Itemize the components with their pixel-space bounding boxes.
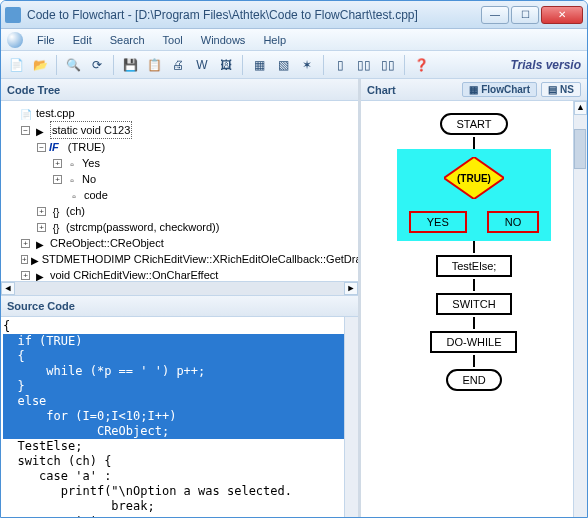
tree-f2[interactable]: STDMETHODIMP CRichEditView::XRichEditOle… bbox=[42, 251, 358, 267]
tree-no[interactable]: No bbox=[82, 171, 96, 187]
expand-icon[interactable]: + bbox=[53, 175, 62, 184]
src-l12: break; bbox=[3, 499, 356, 514]
chart-header: Chart ▦FlowChart ▤NS bbox=[361, 79, 587, 101]
menu-tool[interactable]: Tool bbox=[155, 32, 191, 48]
layout2-button[interactable]: ▯▯ bbox=[353, 54, 375, 76]
app-icon bbox=[5, 7, 21, 23]
expand-icon[interactable]: − bbox=[21, 126, 30, 135]
expand-icon[interactable]: + bbox=[37, 223, 46, 232]
flow-yes[interactable]: YES bbox=[409, 211, 467, 233]
code-tree[interactable]: 📄test.cpp −▶static void C123 −IF (TRUE) … bbox=[1, 101, 358, 281]
open-button[interactable]: 📂 bbox=[29, 54, 51, 76]
zoom-button[interactable]: 🔍 bbox=[62, 54, 84, 76]
src-l13: case 'c' : bbox=[3, 514, 356, 517]
menu-file[interactable]: File bbox=[29, 32, 63, 48]
app-window: Code to Flowchart - [D:\Program Files\At… bbox=[0, 0, 588, 518]
src-l2: { bbox=[3, 349, 356, 364]
tool2-button[interactable]: ▧ bbox=[272, 54, 294, 76]
export-word-button[interactable]: W bbox=[191, 54, 213, 76]
tool3-button[interactable]: ✶ bbox=[296, 54, 318, 76]
toolbar: 📄 📂 🔍 ⟳ 💾 📋 🖨 W 🖼 ▦ ▧ ✶ ▯ ▯▯ ▯▯ ❓ Trials… bbox=[1, 51, 587, 79]
tree-fn0[interactable]: static void C123 bbox=[50, 121, 132, 139]
menu-help[interactable]: Help bbox=[255, 32, 294, 48]
save-button[interactable]: 💾 bbox=[119, 54, 141, 76]
src-l0: { bbox=[3, 319, 356, 334]
export-image-button[interactable]: 🖼 bbox=[215, 54, 237, 76]
tool1-button[interactable]: ▦ bbox=[248, 54, 270, 76]
source-editor[interactable]: { if (TRUE) { while (*p == ' ') p++; } e… bbox=[1, 317, 358, 517]
tree-code[interactable]: code bbox=[84, 187, 108, 203]
brace-icon: {} bbox=[49, 221, 63, 233]
minimize-button[interactable]: — bbox=[481, 6, 509, 24]
chart-canvas[interactable]: START (TRUE) YES NO TestElse; bbox=[361, 101, 587, 517]
src-l6: for (I=0;I<10;I++) bbox=[3, 409, 356, 424]
window-title: Code to Flowchart - [D:\Program Files\At… bbox=[27, 8, 481, 22]
menu-icon[interactable] bbox=[7, 32, 23, 48]
titlebar[interactable]: Code to Flowchart - [D:\Program Files\At… bbox=[1, 1, 587, 29]
layout3-button[interactable]: ▯▯ bbox=[377, 54, 399, 76]
src-l9: switch (ch) { bbox=[3, 454, 356, 469]
tree-f3[interactable]: void CRichEditView::OnCharEffect bbox=[50, 267, 218, 281]
src-l10: case 'a' : bbox=[3, 469, 356, 484]
trials-label: Trials versio bbox=[511, 58, 584, 72]
left-pane: Code Tree 📄test.cpp −▶static void C123 −… bbox=[1, 79, 361, 517]
layout1-button[interactable]: ▯ bbox=[329, 54, 351, 76]
flow-switch[interactable]: SWITCH bbox=[436, 293, 511, 315]
refresh-button[interactable]: ⟳ bbox=[86, 54, 108, 76]
brace-icon: {} bbox=[49, 205, 63, 217]
print-button[interactable]: 🖨 bbox=[167, 54, 189, 76]
codetree-header: Code Tree bbox=[1, 79, 358, 101]
src-l4: } bbox=[3, 379, 356, 394]
src-l5: else bbox=[3, 394, 356, 409]
menu-search[interactable]: Search bbox=[102, 32, 153, 48]
src-l3: while (*p == ' ') p++; bbox=[3, 364, 356, 379]
expand-icon[interactable]: − bbox=[37, 143, 46, 152]
content: Code Tree 📄test.cpp −▶static void C123 −… bbox=[1, 79, 587, 517]
tree-root[interactable]: test.cpp bbox=[36, 105, 75, 121]
src-l11: printf("\nOption a was selected. bbox=[3, 484, 356, 499]
flow-no[interactable]: NO bbox=[487, 211, 540, 233]
tree-ch[interactable]: (ch) bbox=[66, 203, 85, 219]
arrow-icon: ▶ bbox=[33, 124, 47, 136]
flowchart-tab[interactable]: ▦FlowChart bbox=[462, 82, 537, 97]
tree-yes[interactable]: Yes bbox=[82, 155, 100, 171]
src-l8: TestElse; bbox=[3, 439, 356, 454]
maximize-button[interactable]: ☐ bbox=[511, 6, 539, 24]
src-l7: CReObject; bbox=[3, 424, 356, 439]
flow-end[interactable]: END bbox=[446, 369, 501, 391]
new-button[interactable]: 📄 bbox=[5, 54, 27, 76]
tree-f1[interactable]: CReObject::CReObject bbox=[50, 235, 164, 251]
close-button[interactable]: ✕ bbox=[541, 6, 583, 24]
flow-if-block: (TRUE) YES NO bbox=[397, 149, 552, 241]
expand-icon[interactable]: + bbox=[37, 207, 46, 216]
ns-tab[interactable]: ▤NS bbox=[541, 82, 581, 97]
menu-edit[interactable]: Edit bbox=[65, 32, 100, 48]
help-button[interactable]: ❓ bbox=[410, 54, 432, 76]
tree-strcmp[interactable]: (strcmp(password, checkword)) bbox=[66, 219, 219, 235]
menubar: File Edit Search Tool Windows Help bbox=[1, 29, 587, 51]
expand-icon[interactable]: + bbox=[53, 159, 62, 168]
flow-testelse[interactable]: TestElse; bbox=[436, 255, 513, 277]
tree-hscroll[interactable]: ◄► bbox=[1, 281, 358, 295]
sourcecode-header: Source Code bbox=[1, 295, 358, 317]
file-icon: 📄 bbox=[19, 107, 33, 119]
tree-if[interactable]: IF bbox=[49, 139, 59, 155]
flow-start[interactable]: START bbox=[440, 113, 507, 135]
flow-condition[interactable]: (TRUE) bbox=[444, 157, 504, 199]
flow-dowhile[interactable]: DO-WHILE bbox=[430, 331, 517, 353]
src-l1: if (TRUE) bbox=[3, 334, 356, 349]
chart-vscroll[interactable]: ▲ bbox=[573, 101, 587, 517]
source-vscroll[interactable] bbox=[344, 317, 358, 517]
right-pane: Chart ▦FlowChart ▤NS START (TRUE) YES bbox=[361, 79, 587, 517]
menu-windows[interactable]: Windows bbox=[193, 32, 254, 48]
clipboard-button[interactable]: 📋 bbox=[143, 54, 165, 76]
